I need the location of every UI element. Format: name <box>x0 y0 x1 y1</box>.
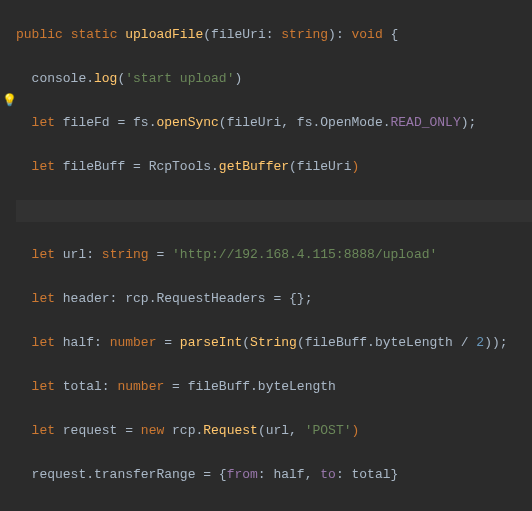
code-line: let header: rcp.RequestHeaders = {}; <box>16 288 532 310</box>
code-line: let total: number = fileBuff.byteLength <box>16 376 532 398</box>
code-editor[interactable]: public static uploadFile(fileUri: string… <box>0 0 532 511</box>
code-line: let request = new rcp.Request(url, 'POST… <box>16 420 532 442</box>
code-line: console.log('start upload') <box>16 68 532 90</box>
code-line: let fileBuff = RcpTools.getBuffer(fileUr… <box>16 156 532 178</box>
code-line: let half: number = parseInt(String(fileB… <box>16 332 532 354</box>
code-line: let fileFd = fs.openSync(fileUri, fs.Ope… <box>16 112 532 134</box>
code-line: public static uploadFile(fileUri: string… <box>16 24 532 46</box>
intention-bulb-icon[interactable]: 💡 <box>2 90 17 112</box>
code-line: let url: string = 'http://192.168.4.115:… <box>16 244 532 266</box>
code-line: request.transferRange = {from: half, to:… <box>16 464 532 486</box>
code-line-active <box>16 200 532 222</box>
